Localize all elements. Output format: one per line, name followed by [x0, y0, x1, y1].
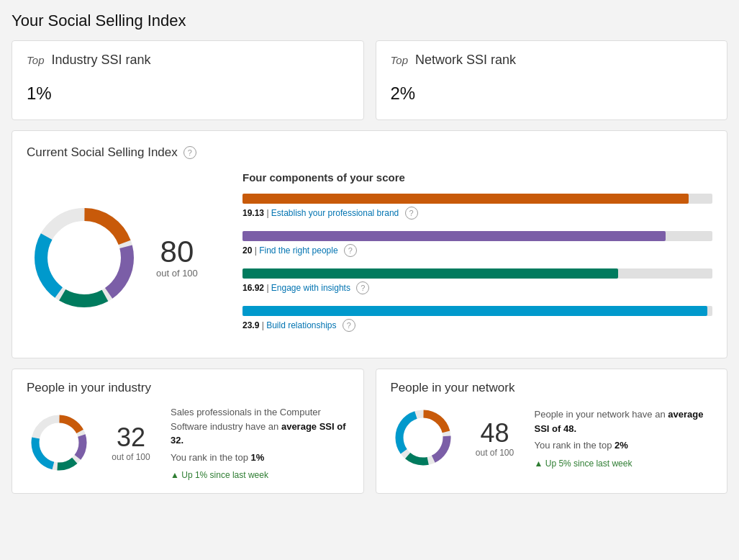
industry-rank-header: Top Industry SSI rank — [27, 53, 349, 68]
donut-section: 80 out of 100 — [27, 171, 214, 343]
components-title: Four components of your score — [242, 171, 712, 184]
network-donut-svg — [391, 405, 455, 470]
find-link[interactable]: Find the right people — [259, 245, 337, 256]
people-industry-title: People in your industry — [27, 381, 349, 395]
industry-score-display: 32 out of 100 — [106, 425, 156, 462]
network-rank-title: Network SSI rank — [415, 53, 516, 68]
build-score: 23.9 — [242, 320, 259, 330]
engage-link[interactable]: Engage with insights — [271, 283, 350, 293]
find-score: 20 — [242, 245, 252, 256]
find-bar-track — [242, 231, 712, 241]
page-title: Your Social Selling Index — [12, 12, 727, 30]
ssi-score-label: out of 100 — [156, 268, 198, 279]
people-industry-content: 32 out of 100 Sales professionals in the… — [27, 405, 349, 482]
build-link[interactable]: Build relationships — [266, 320, 336, 330]
rank-cards-row: Top Industry SSI rank 1% Top Network SSI… — [12, 40, 727, 120]
find-help-icon[interactable]: ? — [344, 244, 357, 257]
component-engage: 16.92 | Engage with insights ? — [242, 268, 712, 294]
establish-score: 19.13 — [242, 208, 264, 218]
ssi-score-display: 80 out of 100 — [156, 237, 198, 279]
industry-score-num: 32 — [106, 425, 156, 451]
network-rank-header: Top Network SSI rank — [391, 53, 713, 68]
establish-link[interactable]: Establish your professional brand — [271, 208, 399, 218]
industry-mini-donut — [27, 410, 91, 477]
establish-label: 19.13 | Establish your professional bran… — [242, 207, 712, 220]
people-network-card: People in your network 48 out of 100 — [376, 369, 728, 494]
industry-top-label: Top — [27, 54, 44, 66]
engage-label: 16.92 | Engage with insights ? — [242, 281, 712, 294]
people-industry-card: People in your industry 32 out of 100 — [12, 369, 364, 494]
network-rank-card: Top Network SSI rank 2% — [376, 40, 728, 120]
main-donut-chart — [27, 200, 142, 315]
network-score-sub: out of 100 — [476, 448, 514, 458]
network-mini-donut — [391, 405, 455, 472]
components-section: Four components of your score 19.13 | Es… — [242, 171, 712, 343]
build-label: 23.9 | Build relationships ? — [242, 319, 712, 332]
establish-help-icon[interactable]: ? — [405, 207, 418, 220]
network-rank-value: 2% — [391, 71, 713, 105]
engage-score: 16.92 — [242, 283, 264, 293]
engage-bar-fill — [242, 268, 618, 279]
ssi-help-icon[interactable]: ? — [183, 146, 196, 159]
industry-up-indicator: Up 1% since last week — [171, 469, 349, 482]
people-network-content: 48 out of 100 People in your network hav… — [391, 405, 713, 472]
component-find: 20 | Find the right people ? — [242, 231, 712, 257]
build-bar-fill — [242, 306, 707, 316]
network-score-display: 48 out of 100 — [470, 420, 520, 458]
component-establish: 19.13 | Establish your professional bran… — [242, 194, 712, 220]
bottom-row: People in your industry 32 out of 100 — [12, 369, 727, 494]
current-ssi-card: Current Social Selling Index ? — [12, 130, 727, 358]
build-help-icon[interactable]: ? — [343, 319, 355, 332]
network-up-indicator: Up 5% since last week — [535, 457, 713, 470]
industry-description: Sales professionals in the Computer Soft… — [171, 405, 349, 482]
find-label: 20 | Find the right people ? — [242, 244, 712, 257]
industry-score-sub: out of 100 — [112, 452, 150, 462]
people-network-title: People in your network — [391, 381, 713, 395]
ssi-card-title: Current Social Selling Index ? — [27, 145, 712, 160]
page-container: Your Social Selling Index Top Industry S… — [0, 0, 739, 560]
network-score-num: 48 — [470, 420, 520, 446]
ssi-content: 80 out of 100 Four components of your sc… — [27, 171, 712, 343]
find-bar-fill — [242, 231, 666, 241]
industry-rank-value: 1% — [27, 71, 349, 105]
industry-rank-card: Top Industry SSI rank 1% — [12, 40, 364, 120]
engage-help-icon[interactable]: ? — [356, 281, 369, 294]
network-top-label: Top — [391, 54, 408, 66]
main-donut-svg — [27, 200, 142, 315]
component-build: 23.9 | Build relationships ? — [242, 306, 712, 332]
industry-rank-title: Industry SSI rank — [51, 53, 150, 68]
ssi-score-number: 80 — [156, 237, 198, 267]
industry-donut-svg — [27, 410, 91, 475]
network-description: People in your network have an average S… — [535, 407, 713, 470]
build-bar-track — [242, 306, 712, 316]
establish-bar-track — [242, 194, 712, 204]
engage-bar-track — [242, 268, 712, 279]
establish-bar-fill — [242, 194, 689, 204]
